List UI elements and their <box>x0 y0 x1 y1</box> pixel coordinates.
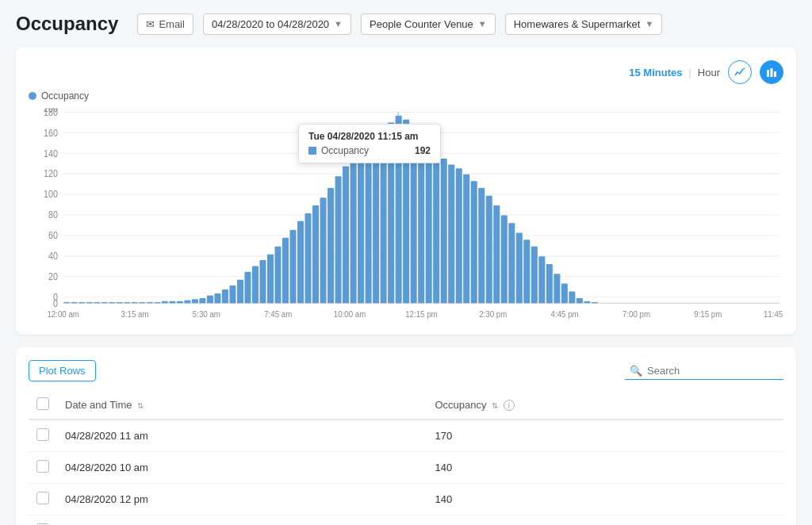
svg-rect-29 <box>86 302 93 303</box>
svg-rect-60 <box>320 197 327 303</box>
svg-rect-92 <box>561 284 568 304</box>
row-checkbox[interactable] <box>36 428 49 441</box>
datetime-sort-icon[interactable]: ⇅ <box>137 401 144 410</box>
table-panel: Plot Rows 🔍 Date and Time ⇅ Occupancy <box>16 347 796 525</box>
svg-rect-96 <box>592 302 598 303</box>
select-all-checkbox[interactable] <box>36 397 49 410</box>
svg-rect-64 <box>350 157 357 304</box>
svg-text:9:15 pm: 9:15 pm <box>694 309 722 319</box>
svg-rect-93 <box>569 291 575 303</box>
svg-rect-71 <box>403 120 409 303</box>
svg-rect-68 <box>381 129 387 303</box>
page-title: Occupancy <box>16 13 118 35</box>
svg-rect-54 <box>274 247 281 303</box>
svg-rect-53 <box>267 255 274 304</box>
occupancy-info-icon[interactable]: i <box>504 400 515 411</box>
occupancy-sort-icon[interactable]: ⇅ <box>492 401 498 410</box>
chart-area: 0 0 20 40 60 80 100 120 140 160 180 200 <box>29 108 783 322</box>
svg-text:60: 60 <box>48 231 58 241</box>
svg-text:2:30 pm: 2:30 pm <box>479 309 507 319</box>
venue-dropdown[interactable]: People Counter Venue ▼ <box>361 13 496 35</box>
svg-text:200: 200 <box>44 108 58 114</box>
15-minutes-toggle[interactable]: 15 Minutes <box>629 67 682 79</box>
svg-rect-39 <box>162 301 168 303</box>
svg-rect-45 <box>207 295 213 303</box>
svg-rect-72 <box>411 128 417 304</box>
row-occupancy: 140 <box>427 484 783 515</box>
svg-rect-57 <box>297 221 304 303</box>
occupancy-column-header: Occupancy ⇅ i <box>427 391 783 420</box>
svg-text:5:30 am: 5:30 am <box>193 309 220 319</box>
svg-rect-62 <box>335 176 342 303</box>
svg-text:20: 20 <box>48 272 58 282</box>
table-toolbar: Plot Rows 🔍 <box>29 360 783 381</box>
svg-rect-69 <box>388 122 394 303</box>
svg-rect-82 <box>486 196 492 303</box>
plot-rows-button[interactable]: Plot Rows <box>29 360 96 381</box>
bar-chart-icon <box>766 67 777 78</box>
chart-controls: 15 Minutes | Hour <box>29 60 783 84</box>
hour-toggle[interactable]: Hour <box>698 67 720 79</box>
svg-rect-58 <box>305 213 312 303</box>
svg-rect-59 <box>312 205 319 303</box>
svg-rect-86 <box>516 233 523 304</box>
svg-text:4:45 pm: 4:45 pm <box>551 309 579 319</box>
chevron-down-icon: ▼ <box>645 19 653 29</box>
svg-rect-49 <box>237 280 243 304</box>
table-body: 04/28/2020 11 am 170 04/28/2020 10 am 14… <box>29 420 783 525</box>
svg-rect-81 <box>478 188 485 303</box>
svg-rect-42 <box>184 301 190 304</box>
svg-text:140: 140 <box>44 148 58 159</box>
row-occupancy: 121 <box>427 515 783 526</box>
svg-rect-78 <box>456 168 462 303</box>
search-icon: 🔍 <box>630 365 642 377</box>
svg-text:80: 80 <box>48 210 58 220</box>
date-range-dropdown[interactable]: 04/28/2020 to 04/28/2020 ▼ <box>203 13 351 35</box>
row-datetime: 04/28/2020 1 pm <box>57 515 427 526</box>
chart-svg: 0 0 20 40 60 80 100 120 140 160 180 200 <box>29 108 783 322</box>
row-checkbox[interactable] <box>36 492 49 504</box>
svg-rect-80 <box>471 181 477 303</box>
svg-rect-27 <box>71 302 78 303</box>
svg-rect-35 <box>132 302 138 303</box>
search-input[interactable] <box>647 365 779 377</box>
legend-dot <box>29 92 36 100</box>
row-checkbox-cell <box>29 452 57 484</box>
svg-rect-83 <box>493 205 500 303</box>
svg-text:0: 0 <box>53 292 58 302</box>
bars <box>63 116 598 303</box>
svg-rect-84 <box>501 215 508 303</box>
svg-rect-46 <box>214 293 220 303</box>
svg-rect-89 <box>538 256 545 303</box>
svg-rect-90 <box>546 264 553 303</box>
svg-text:100: 100 <box>44 190 58 200</box>
svg-rect-74 <box>426 145 432 303</box>
svg-rect-85 <box>508 223 515 303</box>
svg-text:12:00 am: 12:00 am <box>47 309 79 319</box>
svg-rect-40 <box>169 301 175 303</box>
row-checkbox[interactable] <box>36 460 49 473</box>
category-dropdown[interactable]: Homewares & Supermarket ▼ <box>505 13 663 35</box>
svg-text:11:45 pm: 11:45 pm <box>764 309 783 319</box>
svg-rect-28 <box>79 302 85 303</box>
row-datetime: 04/28/2020 11 am <box>57 420 427 452</box>
email-icon: ✉ <box>146 18 155 30</box>
svg-rect-63 <box>343 167 349 303</box>
row-datetime: 04/28/2020 10 am <box>57 452 427 484</box>
email-button[interactable]: ✉ Email <box>137 13 193 35</box>
svg-rect-1 <box>771 68 773 77</box>
svg-rect-52 <box>259 260 266 303</box>
row-checkbox-cell <box>29 515 57 526</box>
line-chart-button[interactable] <box>728 60 752 84</box>
row-checkbox-cell <box>29 420 57 452</box>
bar-chart-button[interactable] <box>760 60 783 84</box>
chart-legend: Occupancy <box>29 90 783 102</box>
svg-rect-87 <box>523 240 530 303</box>
svg-rect-65 <box>358 149 364 304</box>
svg-rect-44 <box>199 298 205 303</box>
svg-text:120: 120 <box>44 169 58 179</box>
header-checkbox-cell <box>29 391 57 420</box>
svg-rect-51 <box>252 266 259 303</box>
svg-rect-77 <box>448 164 454 303</box>
svg-text:3:15 am: 3:15 am <box>121 309 149 319</box>
